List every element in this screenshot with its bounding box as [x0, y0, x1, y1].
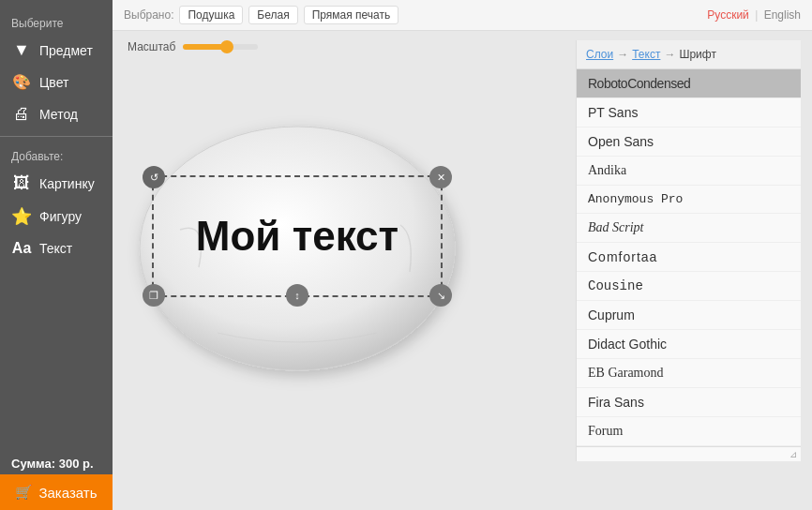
breadcrumb-layers[interactable]: Слои	[586, 48, 613, 61]
lang-en[interactable]: English	[764, 8, 801, 22]
sidebar-item-method[interactable]: 🖨 Метод	[0, 98, 113, 130]
sidebar-sum: Сумма: 300 р.	[0, 449, 113, 474]
font-item-didact-gothic[interactable]: Didact Gothic	[577, 330, 801, 359]
sidebar-color-label: Цвет	[39, 75, 68, 90]
text-icon: Аа	[11, 240, 32, 257]
font-item-cuprum[interactable]: Cuprum	[577, 301, 801, 330]
subject-icon: ▼	[11, 40, 32, 60]
cart-icon: 🛒	[15, 484, 33, 501]
sidebar: Выберите ▼ Предмет 🎨 Цвет 🖨 Метод Добавь…	[0, 0, 113, 510]
tag-product[interactable]: Подушка	[179, 6, 243, 24]
lang-switch: Русский | English	[707, 8, 801, 22]
breadcrumb-font: Шрифт	[679, 48, 715, 61]
font-item-anonymous-pro[interactable]: Anonymous Pro	[577, 186, 801, 214]
sidebar-divider	[0, 136, 113, 137]
close-icon: ✕	[437, 172, 445, 184]
font-item-pt-sans[interactable]: PT Sans	[577, 98, 801, 128]
sidebar-method-label: Метод	[39, 107, 78, 122]
sidebar-item-shape[interactable]: ⭐ Фигуру	[0, 200, 113, 233]
order-button[interactable]: 🛒 Заказать	[0, 474, 113, 510]
resize-icon: ↘	[437, 290, 445, 302]
text-selection-box[interactable]: ↺ ✕ ❐ ↕ ↘	[152, 175, 443, 297]
sidebar-subject-label: Предмет	[39, 43, 93, 58]
color-icon: 🎨	[11, 73, 32, 91]
lang-ru[interactable]: Русский	[707, 8, 749, 22]
pillow-container: ↺ ✕ ❐ ↕ ↘	[124, 61, 471, 436]
product-preview: Масштаб	[124, 40, 566, 436]
resize-handle[interactable]: ↘	[429, 284, 452, 307]
topbar: Выбрано: Подушка Белая Прямая печать Рус…	[113, 0, 812, 31]
font-breadcrumb: Слои → Текст → Шрифт	[577, 40, 801, 69]
scroll-corner-indicator: ⊿	[789, 449, 797, 459]
sidebar-image-label: Картинку	[39, 176, 95, 191]
font-item-open-sans[interactable]: Open Sans	[577, 128, 801, 157]
copy-icon: ❐	[149, 290, 158, 302]
breadcrumb-arrow-1: →	[617, 48, 628, 61]
canvas-text[interactable]: Мой текст	[196, 213, 398, 260]
tag-color[interactable]: Белая	[248, 6, 297, 24]
font-item-comfortaa[interactable]: Comfortaa	[577, 243, 801, 272]
sum-value: 300 р.	[59, 457, 94, 471]
font-item-roboto-condensed[interactable]: RobotoCondensed	[577, 69, 801, 98]
canvas-area: Масштаб	[113, 31, 812, 510]
choose-label: Выберите	[0, 9, 113, 34]
font-panel: Слои → Текст → Шрифт RobotoCondensed PT …	[576, 40, 801, 461]
sidebar-shape-label: Фигуру	[39, 209, 82, 224]
shape-icon: ⭐	[11, 206, 32, 227]
rotate-handle[interactable]: ↺	[143, 166, 165, 188]
sidebar-item-image[interactable]: 🖼 Картинку	[0, 167, 113, 200]
move-handle[interactable]: ↕	[286, 284, 308, 307]
main-area: Выбрано: Подушка Белая Прямая печать Рус…	[113, 0, 812, 510]
font-item-bad-script[interactable]: Bad Script	[577, 214, 801, 243]
scale-label: Масштаб	[128, 40, 175, 53]
font-item-andika[interactable]: Andika	[577, 157, 801, 186]
font-item-cousine[interactable]: Cousine	[577, 272, 801, 301]
sidebar-text-label: Текст	[39, 241, 72, 256]
breadcrumb-text[interactable]: Текст	[632, 48, 660, 61]
rotate-icon: ↺	[150, 172, 158, 184]
sidebar-item-text[interactable]: Аа Текст	[0, 233, 113, 263]
tag-method[interactable]: Прямая печать	[304, 6, 399, 24]
scale-row: Масштаб	[124, 40, 258, 53]
order-label: Заказать	[38, 485, 97, 501]
copy-handle[interactable]: ❐	[143, 284, 165, 307]
breadcrumb-arrow-2: →	[664, 48, 675, 61]
font-item-fira-sans[interactable]: Fira Sans	[577, 388, 801, 417]
scale-slider[interactable]	[183, 44, 258, 50]
method-icon: 🖨	[11, 104, 32, 124]
add-label: Добавьте:	[0, 142, 113, 167]
font-item-eb-garamond[interactable]: EB Garamond	[577, 359, 801, 388]
font-list: RobotoCondensed PT Sans Open Sans Andika…	[577, 69, 801, 446]
selected-label: Выбрано:	[124, 8, 173, 22]
move-icon: ↕	[294, 290, 300, 301]
font-item-forum[interactable]: Forum	[577, 417, 801, 446]
close-handle[interactable]: ✕	[429, 166, 452, 188]
sidebar-item-subject[interactable]: ▼ Предмет	[0, 34, 113, 67]
sidebar-item-color[interactable]: 🎨 Цвет	[0, 67, 113, 98]
image-icon: 🖼	[11, 173, 32, 193]
